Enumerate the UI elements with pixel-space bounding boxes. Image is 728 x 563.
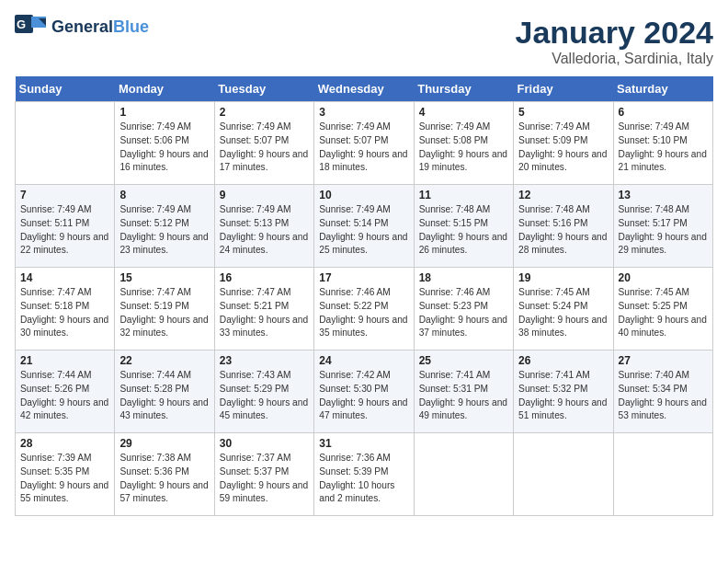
calendar-cell: 30Sunrise: 7:37 AMSunset: 5:37 PMDayligh… bbox=[214, 433, 313, 516]
calendar-cell: 26Sunrise: 7:41 AMSunset: 5:32 PMDayligh… bbox=[514, 350, 613, 433]
weekday-header-wednesday: Wednesday bbox=[314, 76, 414, 102]
calendar-cell: 15Sunrise: 7:47 AMSunset: 5:19 PMDayligh… bbox=[115, 268, 214, 350]
day-info: Sunrise: 7:49 AMSunset: 5:10 PMDaylight:… bbox=[619, 121, 708, 175]
calendar-cell: 4Sunrise: 7:49 AMSunset: 5:08 PMDaylight… bbox=[414, 102, 513, 185]
day-info: Sunrise: 7:48 AMSunset: 5:16 PMDaylight:… bbox=[518, 203, 608, 258]
day-number: 7 bbox=[20, 189, 109, 201]
day-number: 8 bbox=[119, 189, 209, 201]
calendar-cell bbox=[414, 433, 513, 516]
day-number: 14 bbox=[20, 271, 109, 284]
day-number: 20 bbox=[619, 271, 708, 284]
calendar-cell: 1Sunrise: 7:49 AMSunset: 5:06 PMDaylight… bbox=[115, 102, 214, 185]
day-number: 6 bbox=[619, 106, 708, 119]
calendar-cell: 21Sunrise: 7:44 AMSunset: 5:26 PMDayligh… bbox=[16, 350, 115, 433]
calendar-cell: 3Sunrise: 7:49 AMSunset: 5:07 PMDaylight… bbox=[314, 102, 414, 185]
calendar-cell: 18Sunrise: 7:46 AMSunset: 5:23 PMDayligh… bbox=[414, 268, 513, 350]
calendar-cell: 5Sunrise: 7:49 AMSunset: 5:09 PMDaylight… bbox=[514, 102, 613, 185]
calendar-week-4: 21Sunrise: 7:44 AMSunset: 5:26 PMDayligh… bbox=[16, 350, 713, 433]
calendar-cell: 25Sunrise: 7:41 AMSunset: 5:31 PMDayligh… bbox=[414, 350, 513, 433]
calendar-cell bbox=[514, 433, 613, 516]
day-info: Sunrise: 7:48 AMSunset: 5:17 PMDaylight:… bbox=[619, 203, 708, 258]
day-number: 13 bbox=[619, 189, 708, 201]
day-info: Sunrise: 7:46 AMSunset: 5:23 PMDaylight:… bbox=[419, 286, 508, 340]
day-info: Sunrise: 7:49 AMSunset: 5:07 PMDaylight:… bbox=[220, 121, 309, 175]
calendar-cell: 11Sunrise: 7:48 AMSunset: 5:15 PMDayligh… bbox=[414, 185, 513, 268]
day-info: Sunrise: 7:46 AMSunset: 5:22 PMDaylight:… bbox=[319, 286, 408, 340]
calendar-week-2: 7Sunrise: 7:49 AMSunset: 5:11 PMDaylight… bbox=[16, 185, 713, 268]
day-info: Sunrise: 7:45 AMSunset: 5:24 PMDaylight:… bbox=[518, 286, 608, 340]
day-info: Sunrise: 7:40 AMSunset: 5:34 PMDaylight:… bbox=[619, 369, 708, 423]
day-info: Sunrise: 7:49 AMSunset: 5:09 PMDaylight:… bbox=[518, 121, 608, 175]
calendar-week-5: 28Sunrise: 7:39 AMSunset: 5:35 PMDayligh… bbox=[16, 433, 713, 516]
weekday-header-row: SundayMondayTuesdayWednesdayThursdayFrid… bbox=[16, 76, 713, 102]
calendar-cell: 24Sunrise: 7:42 AMSunset: 5:30 PMDayligh… bbox=[314, 350, 414, 433]
day-number: 24 bbox=[319, 354, 408, 367]
weekday-header-thursday: Thursday bbox=[414, 76, 513, 102]
calendar-table: SundayMondayTuesdayWednesdayThursdayFrid… bbox=[15, 76, 713, 516]
calendar-cell: 12Sunrise: 7:48 AMSunset: 5:16 PMDayligh… bbox=[514, 185, 613, 268]
day-info: Sunrise: 7:49 AMSunset: 5:12 PMDaylight:… bbox=[119, 203, 209, 258]
calendar-cell: 2Sunrise: 7:49 AMSunset: 5:07 PMDaylight… bbox=[214, 102, 313, 185]
day-number: 29 bbox=[119, 437, 209, 450]
day-number: 23 bbox=[220, 354, 309, 367]
day-info: Sunrise: 7:39 AMSunset: 5:35 PMDaylight:… bbox=[20, 452, 109, 506]
day-number: 17 bbox=[319, 271, 408, 284]
weekday-header-tuesday: Tuesday bbox=[214, 76, 313, 102]
calendar-cell: 10Sunrise: 7:49 AMSunset: 5:14 PMDayligh… bbox=[314, 185, 414, 268]
day-info: Sunrise: 7:41 AMSunset: 5:31 PMDaylight:… bbox=[419, 369, 508, 423]
calendar-title: January 2024 bbox=[516, 15, 714, 51]
weekday-header-friday: Friday bbox=[514, 76, 613, 102]
svg-text:G: G bbox=[17, 17, 26, 31]
day-info: Sunrise: 7:44 AMSunset: 5:26 PMDaylight:… bbox=[20, 369, 109, 423]
day-info: Sunrise: 7:42 AMSunset: 5:30 PMDaylight:… bbox=[319, 369, 408, 423]
day-number: 5 bbox=[518, 106, 608, 119]
day-info: Sunrise: 7:49 AMSunset: 5:11 PMDaylight:… bbox=[20, 203, 109, 258]
calendar-week-1: 1Sunrise: 7:49 AMSunset: 5:06 PMDaylight… bbox=[16, 102, 713, 185]
calendar-cell: 17Sunrise: 7:46 AMSunset: 5:22 PMDayligh… bbox=[314, 268, 414, 350]
day-info: Sunrise: 7:37 AMSunset: 5:37 PMDaylight:… bbox=[220, 452, 309, 506]
logo-general: General bbox=[51, 17, 113, 36]
day-info: Sunrise: 7:49 AMSunset: 5:06 PMDaylight:… bbox=[119, 121, 209, 175]
calendar-cell: 16Sunrise: 7:47 AMSunset: 5:21 PMDayligh… bbox=[214, 268, 313, 350]
day-info: Sunrise: 7:49 AMSunset: 5:07 PMDaylight:… bbox=[319, 121, 408, 175]
calendar-cell: 20Sunrise: 7:45 AMSunset: 5:25 PMDayligh… bbox=[613, 268, 712, 350]
calendar-cell: 14Sunrise: 7:47 AMSunset: 5:18 PMDayligh… bbox=[16, 268, 115, 350]
weekday-header-sunday: Sunday bbox=[16, 76, 115, 102]
day-number: 9 bbox=[220, 189, 309, 201]
weekday-header-saturday: Saturday bbox=[613, 76, 712, 102]
calendar-week-3: 14Sunrise: 7:47 AMSunset: 5:18 PMDayligh… bbox=[16, 268, 713, 350]
calendar-cell: 19Sunrise: 7:45 AMSunset: 5:24 PMDayligh… bbox=[514, 268, 613, 350]
day-number: 16 bbox=[220, 271, 309, 284]
day-number: 26 bbox=[518, 354, 608, 367]
day-info: Sunrise: 7:36 AMSunset: 5:39 PMDaylight:… bbox=[319, 452, 408, 506]
day-number: 12 bbox=[518, 189, 608, 201]
day-number: 25 bbox=[419, 354, 508, 367]
day-number: 28 bbox=[20, 437, 109, 450]
day-info: Sunrise: 7:48 AMSunset: 5:15 PMDaylight:… bbox=[419, 203, 508, 258]
day-number: 31 bbox=[319, 437, 408, 450]
calendar-cell: 22Sunrise: 7:44 AMSunset: 5:28 PMDayligh… bbox=[115, 350, 214, 433]
day-number: 3 bbox=[319, 106, 408, 119]
calendar-cell: 27Sunrise: 7:40 AMSunset: 5:34 PMDayligh… bbox=[613, 350, 712, 433]
day-number: 30 bbox=[220, 437, 309, 450]
calendar-subtitle: Valledoria, Sardinia, Italy bbox=[516, 51, 714, 67]
day-number: 27 bbox=[619, 354, 708, 367]
page-header: G GeneralBlue January 2024 Valledoria, S… bbox=[15, 15, 713, 67]
calendar-cell: 7Sunrise: 7:49 AMSunset: 5:11 PMDaylight… bbox=[16, 185, 115, 268]
day-number: 21 bbox=[20, 354, 109, 367]
calendar-cell: 8Sunrise: 7:49 AMSunset: 5:12 PMDaylight… bbox=[115, 185, 214, 268]
day-info: Sunrise: 7:38 AMSunset: 5:36 PMDaylight:… bbox=[119, 452, 209, 506]
day-info: Sunrise: 7:49 AMSunset: 5:08 PMDaylight:… bbox=[419, 121, 508, 175]
weekday-header-monday: Monday bbox=[115, 76, 214, 102]
day-number: 4 bbox=[419, 106, 508, 119]
day-number: 2 bbox=[220, 106, 309, 119]
day-info: Sunrise: 7:47 AMSunset: 5:19 PMDaylight:… bbox=[119, 286, 209, 340]
day-info: Sunrise: 7:43 AMSunset: 5:29 PMDaylight:… bbox=[220, 369, 309, 423]
calendar-cell bbox=[16, 102, 115, 185]
logo-blue: Blue bbox=[113, 17, 149, 36]
day-number: 19 bbox=[518, 271, 608, 284]
day-info: Sunrise: 7:49 AMSunset: 5:13 PMDaylight:… bbox=[220, 203, 309, 258]
day-number: 15 bbox=[119, 271, 209, 284]
calendar-cell: 31Sunrise: 7:36 AMSunset: 5:39 PMDayligh… bbox=[314, 433, 414, 516]
day-info: Sunrise: 7:45 AMSunset: 5:25 PMDaylight:… bbox=[619, 286, 708, 340]
